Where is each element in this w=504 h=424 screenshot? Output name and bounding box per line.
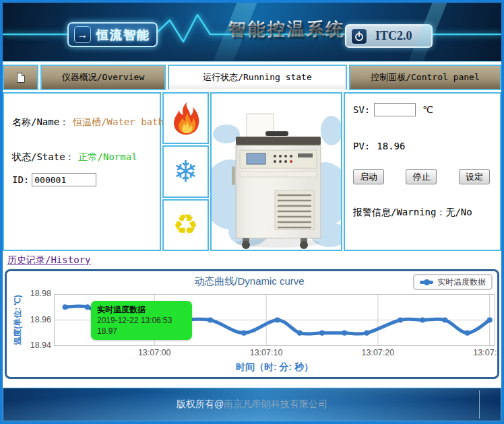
tab-bar: 仪器概况/Overview 运行状态/Running state 控制面板/Co… xyxy=(3,65,501,90)
y-tick: 18.94 xyxy=(11,341,51,350)
copyright-prefix: 版权所有@ xyxy=(177,398,224,411)
brand-logo-button: → 恒流智能 xyxy=(67,22,158,47)
chart-tooltip: 实时温度数据 2019-12-22 13:06:53 18.97 xyxy=(91,301,192,340)
indicator-column: ❄ ♻ xyxy=(162,92,209,251)
company-name: 南京凡帝朗科技有限公司 xyxy=(224,398,327,411)
chart-title: 动态曲线/Dynamic curve xyxy=(54,275,445,288)
dynamic-curve-chart: 动态曲线/Dynamic curve 实时温度数据 温度(单位: ℃) 18.9… xyxy=(5,269,499,379)
document-icon xyxy=(15,72,26,83)
sv-label: SV: xyxy=(353,104,370,115)
heating-indicator xyxy=(162,92,209,144)
device-state-label: 状态/State： xyxy=(12,151,75,162)
sv-unit: ℃ xyxy=(422,104,433,115)
device-id-row: ID: xyxy=(12,173,96,186)
stop-button[interactable]: 停止 xyxy=(406,169,437,184)
y-tick: 18.96 xyxy=(11,315,51,324)
water-bath-device-image xyxy=(212,94,341,250)
tab-running-state[interactable]: 运行状态/Running state xyxy=(168,65,347,90)
sv-row: SV:℃ xyxy=(353,103,433,116)
control-buttons-row: 启动 停止 设定 xyxy=(353,169,490,184)
flame-icon xyxy=(172,101,200,136)
x-tick: 13:07:30 xyxy=(473,348,499,357)
y-tick: 18.98 xyxy=(11,289,51,298)
device-state-value: 正常/Normal xyxy=(79,151,137,162)
set-button[interactable]: 设定 xyxy=(459,169,490,184)
footer-divider xyxy=(479,390,480,419)
control-panel: SV:℃ PV:18.96 启动 停止 设定 报警信息/Warning：无/No xyxy=(344,92,501,251)
y-axis-ticks: 18.9818.9618.94 xyxy=(9,294,51,346)
version-badge: ITC2.0 xyxy=(345,24,433,48)
overview-panel: 名称/Name：恒温槽/Water bath 状态/State：正常/Norma… xyxy=(3,92,161,251)
x-axis-label: 时间（时: 分: 秒） xyxy=(54,361,495,374)
device-id-label: ID: xyxy=(12,174,29,185)
x-tick: 13:07:00 xyxy=(138,348,171,357)
x-tick: 13:07:10 xyxy=(250,348,283,357)
history-link[interactable]: 历史记录/History xyxy=(7,254,90,267)
cooling-indicator: ❄ xyxy=(162,145,209,197)
snowflake-icon: ❄ xyxy=(173,157,198,186)
footer: 版权所有@南京凡帝朗科技有限公司 xyxy=(3,388,501,421)
pv-label: PV: xyxy=(353,141,370,151)
start-button[interactable]: 启动 xyxy=(353,169,384,184)
device-name-row: 名称/Name：恒温槽/Water bath xyxy=(12,116,164,129)
device-id-input[interactable] xyxy=(32,173,96,186)
legend-marker-icon xyxy=(420,279,433,285)
warning-row: 报警信息/Warning：无/No xyxy=(353,207,472,219)
device-state-row: 状态/State：正常/Normal xyxy=(12,151,137,164)
tab-control-panel[interactable]: 控制面板/Control panel xyxy=(349,65,501,90)
app-title: 智能控温系统 xyxy=(228,17,346,41)
device-name-label: 名称/Name： xyxy=(12,116,69,127)
pv-value: 18.96 xyxy=(377,141,405,151)
warning-value: 无/No xyxy=(445,207,472,217)
pv-row: PV:18.96 xyxy=(353,141,405,151)
tooltip-time: 2019-12-22 13:06:53 xyxy=(97,315,186,326)
header-banner: → 恒流智能 智能控温系统 ITC2.0 xyxy=(3,3,501,62)
version-label: ITC2.0 xyxy=(375,29,412,43)
sv-input[interactable] xyxy=(374,103,416,116)
tab-overview[interactable]: 仪器概况/Overview xyxy=(40,65,166,90)
circulation-indicator: ♻ xyxy=(162,199,209,251)
x-tick: 13:07:20 xyxy=(362,348,395,357)
recycle-icon: ♻ xyxy=(173,211,199,239)
device-name-value: 恒温槽/Water bath xyxy=(73,116,164,127)
power-icon xyxy=(351,28,367,44)
device-image-panel xyxy=(210,92,342,251)
home-icon-cell[interactable] xyxy=(3,65,38,90)
warning-label: 报警信息/Warning： xyxy=(353,207,445,217)
arrow-icon: → xyxy=(74,26,91,43)
brand-name: 恒流智能 xyxy=(96,27,150,43)
tooltip-value: 18.97 xyxy=(97,326,186,337)
x-axis-ticks: 13:07:0013:07:1013:07:2013:07:30 xyxy=(54,348,495,359)
legend-realtime-temp[interactable]: 实时温度数据 xyxy=(413,274,493,290)
legend-label: 实时温度数据 xyxy=(437,277,486,288)
app-window: → 恒流智能 智能控温系统 ITC2.0 仪器概况/Overview 运行状态/… xyxy=(0,0,504,424)
tooltip-series-name: 实时温度数据 xyxy=(97,304,186,315)
